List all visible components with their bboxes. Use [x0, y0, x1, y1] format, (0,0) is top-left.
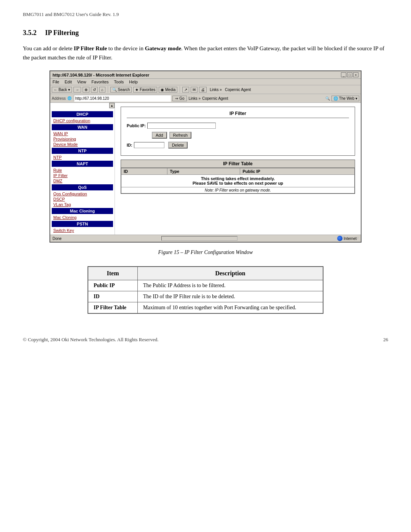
browser-content: ▲ DHCP DHCP configuration WAN WAN IP Pro…: [50, 103, 361, 235]
menu-edit[interactable]: Edit: [65, 80, 72, 84]
sidebar-scroll-up[interactable]: ▲: [109, 103, 115, 108]
copernic-text: Copernic Agent: [202, 96, 228, 101]
public-ip-row: Public IP:: [127, 123, 349, 129]
add-refresh-row: Add Refresh: [150, 132, 349, 139]
toolbar-separator-2: [180, 86, 180, 93]
ip-filter-table-title: IP Filter Table: [121, 160, 355, 168]
close-button[interactable]: ×: [353, 72, 358, 77]
browser-title-bar: http://67.104.98.120/ - Microsoft Intern…: [50, 71, 361, 79]
description-table-container: Item Description Public IP The Public IP…: [88, 266, 323, 314]
minimize-button[interactable]: _: [341, 72, 346, 77]
refresh-button[interactable]: Refresh: [169, 132, 192, 139]
search-toolbar-button[interactable]: 🔍 Search: [110, 87, 132, 93]
notice-text: This setting takes effect immediately. P…: [121, 175, 355, 187]
sidebar: ▲ DHCP DHCP configuration WAN WAN IP Pro…: [50, 103, 115, 235]
add-button[interactable]: Add: [152, 132, 167, 139]
menu-file[interactable]: File: [53, 80, 59, 84]
desc-public-ip: The Public IP Address is to be filtered.: [138, 280, 323, 291]
public-ip-input[interactable]: [147, 123, 216, 129]
sidebar-item-pstn-header: PSTN: [52, 221, 113, 227]
sidebar-item-dhcp-header: DHCP: [52, 111, 113, 117]
table-header-row: ID Type Public IP: [121, 168, 355, 175]
ip-filter-title: IP Filter: [127, 111, 349, 118]
col-type: Type: [167, 168, 240, 175]
address-input[interactable]: [74, 95, 171, 102]
delete-button[interactable]: Delete: [168, 142, 188, 149]
desc-ip-filter-table: Maximum of 10 entries together with Port…: [138, 302, 323, 313]
favorites-toolbar-button[interactable]: ★ Favorites: [133, 87, 157, 93]
footer-page-number: 26: [383, 337, 388, 343]
notice-row: This setting takes effect immediately. P…: [121, 175, 355, 187]
go-button[interactable]: ⇒ Go: [172, 96, 187, 101]
ip-filter-box: IP Filter Public IP: Add Refresh ID:: [121, 107, 355, 156]
search-web-icon: 🔍: [325, 96, 330, 101]
sidebar-item-dmz[interactable]: DMZ: [50, 178, 115, 184]
section-heading: 3.5.2 IP Filtering: [23, 29, 388, 37]
sidebar-item-ip-filter[interactable]: IP Filter: [50, 173, 115, 178]
back-button[interactable]: ← Back ▾: [52, 87, 72, 93]
maximize-button[interactable]: □: [347, 72, 352, 77]
forward-button[interactable]: →: [73, 87, 81, 93]
media-toolbar-button[interactable]: ◉ Media: [159, 87, 177, 93]
note-row: Note: IP Filter works on gateway mode.: [121, 187, 355, 193]
page-header: BMG7011 and BMG7012 User's Guide Rev. 1.…: [23, 11, 388, 18]
home-button[interactable]: ⌂: [99, 87, 105, 93]
sidebar-item-qos-config[interactable]: Qos Configuration: [50, 191, 115, 197]
links-label: Links »: [210, 88, 222, 92]
toolbar-separator-1: [108, 86, 108, 93]
sidebar-item-device-mode[interactable]: Device Mode: [50, 142, 115, 147]
links-text: Links »: [188, 96, 201, 101]
delete-row: ID: Delete: [127, 142, 349, 149]
mail-button[interactable]: ✉: [191, 87, 198, 93]
browser-window: http://67.104.98.120/ - Microsoft Intern…: [49, 70, 362, 243]
sidebar-item-provisioning[interactable]: Provisioning: [50, 136, 115, 142]
sidebar-item-ntp[interactable]: NTP: [50, 155, 115, 160]
footer-copyright: © Copyright, 2004 Oki Network Technologi…: [23, 337, 158, 343]
menu-view[interactable]: View: [77, 80, 86, 84]
sidebar-item-vlan-tag[interactable]: VLan Tag: [50, 202, 115, 207]
ip-filter-table: ID Type Public IP This setting takes eff…: [121, 168, 355, 193]
sidebar-item-switch-key[interactable]: Switch Key: [50, 228, 115, 233]
table-row: IP Filter Table Maximum of 10 entries to…: [88, 302, 323, 313]
page-footer: © Copyright, 2004 Oki Network Technologi…: [23, 337, 388, 343]
status-indicator: //: [357, 236, 358, 240]
desc-table-header-row: Item Description: [88, 267, 323, 280]
address-label: Address: [52, 96, 66, 101]
browser-title-text: http://67.104.98.120/ - Microsoft Intern…: [53, 73, 149, 77]
item-id: ID: [88, 291, 138, 302]
table-row: ID The ID of the IP Filter rule is to be…: [88, 291, 323, 302]
public-ip-label: Public IP:: [127, 123, 146, 128]
history-button[interactable]: ↗: [182, 87, 189, 93]
the-web-label[interactable]: 🌐 The Web ▾: [331, 96, 359, 101]
sidebar-item-wan-header: WAN: [52, 124, 113, 130]
browser-toolbar: ← Back ▾ → ⊗ ↺ ⌂ 🔍 Search ★ Favorites ◉ …: [50, 85, 361, 94]
desc-id: The ID of the IP Filter rule is to be de…: [138, 291, 323, 302]
internet-icon: [337, 236, 342, 241]
id-label: ID:: [127, 143, 132, 147]
menu-favorites[interactable]: Favorites: [91, 80, 108, 84]
sidebar-item-qos-header: QoS: [52, 184, 113, 190]
sidebar-item-dscp[interactable]: DSCP: [50, 197, 115, 202]
refresh-button[interactable]: ↺: [91, 87, 98, 93]
body-paragraph: You can add or delete IP Filter Rule to …: [23, 44, 388, 62]
browser-title-controls: _ □ ×: [341, 72, 358, 77]
item-ip-filter-table: IP Filter Table: [88, 302, 138, 313]
col-id: ID: [121, 168, 167, 175]
menu-tools[interactable]: Tools: [114, 80, 124, 84]
sidebar-item-dhcp-config[interactable]: DHCP configuration: [50, 118, 115, 123]
sidebar-item-mac-cloning[interactable]: Mac Cloning: [50, 215, 115, 220]
header-text: BMG7011 and BMG7012 User's Guide Rev. 1.…: [23, 11, 119, 17]
stop-button[interactable]: ⊗: [83, 87, 89, 93]
item-public-ip: Public IP: [88, 280, 138, 291]
id-input[interactable]: [134, 142, 164, 148]
desc-col-item: Item: [88, 267, 138, 280]
menu-help[interactable]: Help: [129, 80, 138, 84]
sidebar-item-mac-cloning-header: Mac Cloning: [52, 208, 113, 214]
section-title: IP Filtering: [45, 29, 79, 37]
print-button[interactable]: 🖨: [199, 87, 207, 93]
figure-caption: Figure 15 – IP Filter Configuration Wind…: [23, 249, 388, 256]
sidebar-item-wan-ip[interactable]: WAN IP: [50, 131, 115, 136]
sidebar-item-ntp-header: NTP: [52, 148, 113, 154]
copernic-label: Copernic Agent: [225, 88, 251, 92]
sidebar-item-rule[interactable]: Rule: [50, 168, 115, 173]
